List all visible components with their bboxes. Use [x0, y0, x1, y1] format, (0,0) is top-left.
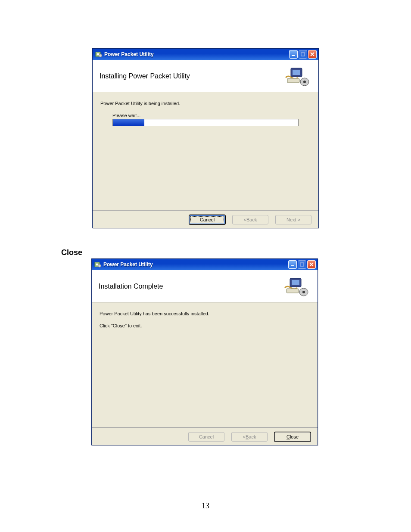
wizard-body: Power Packet Utility has been successful…: [92, 302, 318, 427]
progress-bar-fill: [113, 119, 144, 126]
close-button[interactable]: Close: [274, 432, 311, 442]
svg-rect-19: [286, 289, 299, 293]
installer-graphic-icon: [283, 65, 311, 87]
installer-graphic-icon: [282, 276, 311, 297]
status-text: Power Packet Utility is being installed.: [100, 101, 311, 106]
svg-rect-14: [300, 263, 304, 266]
wizard-header: Installation Complete: [92, 270, 318, 302]
window-controls: [288, 260, 316, 269]
back-button: < Back: [231, 432, 268, 442]
svg-point-16: [302, 291, 305, 293]
maximize-button: [298, 260, 306, 269]
svg-rect-9: [287, 78, 299, 83]
svg-rect-3: [292, 55, 295, 56]
wizard-header-title: Installation Complete: [99, 283, 163, 290]
close-window-button[interactable]: [308, 50, 317, 59]
back-button: < Back: [232, 215, 268, 224]
minimize-button[interactable]: [289, 50, 298, 59]
svg-rect-18: [292, 280, 299, 285]
svg-point-12: [98, 264, 101, 268]
progress-label: Please wait...: [112, 113, 299, 118]
page-number: 13: [0, 501, 411, 510]
progress-bar: [112, 119, 299, 126]
window-title: Power Packet Utility: [104, 51, 289, 57]
next-button: Next >: [275, 215, 311, 224]
svg-rect-4: [301, 53, 305, 56]
titlebar: Power Packet Utility: [93, 49, 318, 60]
installer-window-installing: Power Packet Utility Installing Power Pa…: [92, 48, 319, 228]
close-window-button[interactable]: [307, 260, 316, 269]
wizard-footer: Cancel < Back Next >: [93, 210, 318, 230]
wizard-footer: Cancel < Back Close: [92, 427, 318, 447]
installer-icon: [94, 261, 101, 268]
wizard-header-title: Installing Power Packet Utility: [100, 72, 190, 80]
svg-rect-13: [291, 265, 294, 266]
svg-point-6: [303, 81, 306, 83]
wizard-header: Installing Power Packet Utility: [93, 60, 318, 92]
svg-rect-8: [293, 70, 300, 75]
wizard-body: Power Packet Utility is being installed.…: [93, 92, 318, 210]
window-title: Power Packet Utility: [103, 261, 288, 268]
instruction-text: Click "Close" to exit.: [100, 323, 310, 328]
titlebar: Power Packet Utility: [92, 259, 318, 270]
maximize-button: [299, 50, 307, 59]
svg-point-2: [99, 54, 102, 57]
section-heading: Close: [61, 248, 82, 257]
cancel-button[interactable]: Cancel: [189, 215, 225, 224]
minimize-button[interactable]: [288, 260, 297, 269]
cancel-button: Cancel: [188, 432, 224, 442]
installer-icon: [95, 51, 102, 58]
window-controls: [289, 50, 317, 59]
installer-window-complete: Power Packet Utility Installation Comple…: [91, 258, 318, 445]
status-text: Power Packet Utility has been successful…: [100, 311, 310, 316]
